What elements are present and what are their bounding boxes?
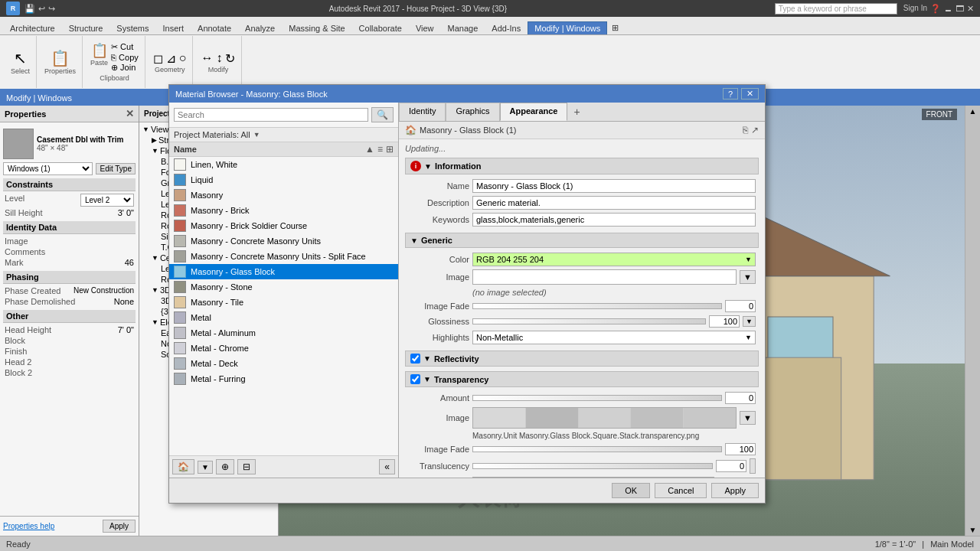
mat-item-linen[interactable]: Linen, White [169, 157, 398, 172]
sign-in-btn[interactable]: Sign In [903, 4, 927, 14]
glossiness-value[interactable] [709, 315, 740, 328]
glossiness-bar[interactable] [472, 318, 706, 324]
apply-footer-btn[interactable]: Apply [711, 483, 759, 498]
add-tab-btn[interactable]: + [567, 103, 586, 121]
geometry-icon-2[interactable]: ⊿ [166, 51, 176, 66]
properties-apply-btn[interactable]: Apply [103, 520, 136, 533]
mat-item-aluminum[interactable]: Metal - Aluminum [169, 325, 398, 341]
mat-item-masonry-brick[interactable]: Masonry - Brick [169, 203, 398, 218]
dialog-help-btn[interactable]: ? [723, 88, 738, 99]
duplicate-material-btn[interactable]: ⊕ [216, 459, 234, 474]
windows-count-select[interactable]: Windows (1) [3, 162, 93, 175]
viewport-scroll-right[interactable]: ▲ ▼ [965, 106, 980, 536]
mat-item-metal[interactable]: Metal [169, 310, 398, 325]
image-fade-bar[interactable] [472, 303, 722, 309]
ok-btn[interactable]: OK [612, 483, 650, 498]
tab-analyze[interactable]: Analyze [238, 21, 282, 34]
amount-bar[interactable] [472, 395, 722, 401]
mat-item-masonry[interactable]: Masonry [169, 187, 398, 203]
mat-item-furring[interactable]: Metal - Furring [169, 371, 398, 386]
dialog-close-btn[interactable]: ✕ [741, 88, 759, 99]
image-fade2-bar[interactable] [472, 446, 722, 452]
tab-addins[interactable]: Add-Ins [485, 21, 528, 34]
image-fade-value[interactable] [725, 300, 756, 312]
mat-item-masonry-tile[interactable]: Masonry - Tile [169, 295, 398, 310]
tab-view[interactable]: View [409, 21, 441, 34]
tab-collaborate[interactable]: Collaborate [352, 21, 409, 34]
transparency-section-header[interactable]: ▼ Transparency [405, 371, 759, 387]
amount-value[interactable] [725, 392, 756, 404]
mat-item-concrete-split[interactable]: Masonry - Concrete Masonry Units - Split… [169, 249, 398, 264]
search-box[interactable]: Type a keyword or phrase [775, 3, 897, 15]
add-material-btn[interactable]: 🏠 [172, 459, 194, 474]
modify-icon-1[interactable]: ↔ [201, 51, 213, 66]
transparency-image-preview[interactable] [472, 407, 737, 429]
tab-manage[interactable]: Manage [441, 21, 485, 34]
minimize-btn[interactable]: 🗕 [944, 4, 952, 14]
image-fade2-value[interactable] [725, 443, 756, 455]
reflectivity-section-header[interactable]: ▼ Reflectivity [405, 350, 759, 367]
color-dropdown[interactable]: RGB 204 255 204 ▼ [472, 253, 756, 266]
delete-material-btn[interactable]: ⊟ [237, 459, 256, 474]
properties-icon[interactable]: 📋 [51, 49, 70, 67]
image-browse-btn[interactable]: ▼ [740, 270, 756, 284]
tab-systems[interactable]: Systems [109, 21, 155, 34]
tab-appearance[interactable]: Appearance [500, 103, 568, 121]
join-icon[interactable]: ⊕ Join [111, 63, 139, 73]
maximize-btn[interactable]: 🗖 [956, 4, 964, 14]
tab-massing[interactable]: Massing & Site [282, 21, 351, 34]
geometry-icon-3[interactable]: ○ [179, 51, 187, 66]
material-search-input[interactable] [174, 108, 368, 122]
geometry-icon-1[interactable]: ◻ [153, 51, 163, 66]
grid-view-icon[interactable]: ⊞ [386, 144, 394, 155]
tab-annotate[interactable]: Annotate [191, 21, 238, 34]
tab-structure[interactable]: Structure [62, 21, 110, 34]
mat-item-concrete-masonry[interactable]: Masonry - Concrete Masonry Units [169, 233, 398, 249]
mat-item-glass-block[interactable]: Masonry - Glass Block [169, 264, 398, 279]
reflectivity-checkbox[interactable] [410, 354, 420, 364]
translucency-value[interactable] [716, 460, 746, 472]
translucency-scroll[interactable] [750, 458, 756, 474]
highlights-dropdown[interactable]: Non-Metallic ▼ [472, 331, 756, 344]
sort-up-icon[interactable]: ▲ [365, 144, 374, 155]
tab-insert[interactable]: Insert [156, 21, 191, 34]
transparency-image-browse-btn[interactable]: ▼ [740, 411, 756, 425]
glossiness-dropdown-btn[interactable]: ▼ [743, 316, 756, 327]
modify-icon-3[interactable]: ↻ [225, 51, 235, 66]
tab-graphics[interactable]: Graphics [446, 103, 499, 121]
detail-copy-icon[interactable]: ⎘ [743, 125, 748, 135]
cut-icon[interactable]: ✂ Cut [111, 42, 139, 52]
detail-export-icon[interactable]: ↗ [751, 125, 759, 135]
info-description-input[interactable] [472, 196, 756, 210]
tab-extra[interactable]: ⊞ [607, 21, 623, 34]
add-material-dropdown-btn[interactable]: ▼ [198, 461, 213, 474]
help-btn[interactable]: ❓ [930, 4, 941, 14]
refraction-dropdown[interactable]: Glass ▼ [472, 477, 714, 478]
properties-help-link[interactable]: Properties help [3, 522, 54, 530]
list-view-icon[interactable]: ≡ [377, 144, 383, 155]
mat-item-masonry-stone[interactable]: Masonry - Stone [169, 279, 398, 295]
close-btn[interactable]: ✕ [967, 4, 974, 14]
image-field[interactable] [472, 269, 737, 285]
paste-icon[interactable]: 📋 [91, 42, 108, 59]
mat-item-chrome[interactable]: Metal - Chrome [169, 341, 398, 356]
info-name-input[interactable] [472, 179, 756, 193]
modify-icon-2[interactable]: ↕ [216, 51, 222, 66]
properties-close-btn[interactable]: ✕ [126, 108, 134, 119]
info-keywords-input[interactable] [472, 213, 756, 227]
tab-identity[interactable]: Identity [399, 103, 446, 121]
material-search-btn[interactable]: 🔍 [371, 107, 394, 122]
tab-modify-windows[interactable]: Modify | Windows [528, 21, 607, 34]
tab-architecture[interactable]: Architecture [3, 21, 62, 34]
copy-icon[interactable]: ⎘ Copy [111, 53, 139, 62]
transparency-checkbox[interactable] [410, 374, 420, 384]
cancel-btn[interactable]: Cancel [655, 483, 707, 498]
mat-item-brick-soldier[interactable]: Masonry - Brick Soldier Course [169, 218, 398, 233]
collapse-panel-btn[interactable]: « [379, 459, 395, 474]
level-select[interactable]: Level 2 [80, 194, 134, 207]
translucency-bar[interactable] [472, 463, 713, 469]
edit-type-btn[interactable]: Edit Type [96, 163, 136, 174]
information-section-header[interactable]: i ▼ Information [405, 158, 759, 174]
mat-item-liquid[interactable]: Liquid [169, 172, 398, 187]
generic-section-header[interactable]: ▼ Generic [405, 233, 759, 248]
